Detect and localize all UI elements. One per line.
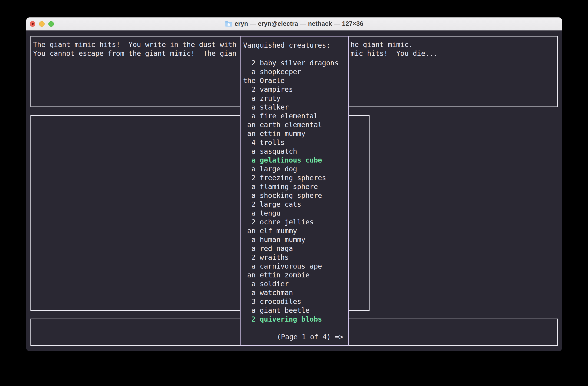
message-line: The giant mimic hits! You write in the d… bbox=[33, 40, 236, 49]
screen: { "window": { "title": "eryn — eryn@elec… bbox=[0, 0, 588, 386]
menu-page-indicator: (Page 1 of 4) => bbox=[277, 333, 343, 341]
close-button[interactable] bbox=[30, 21, 35, 27]
menu-item: 2 quivering blobs bbox=[243, 315, 322, 324]
message-line: You cannot escape from the giant mimic! … bbox=[33, 49, 236, 58]
terminal-screen[interactable]: The giant mimic hits! You write in the d… bbox=[26, 30, 562, 351]
message-line: mic hits! You die... bbox=[351, 49, 438, 58]
zoom-button[interactable] bbox=[48, 21, 54, 27]
menu-item: 2 freezing spheres bbox=[243, 173, 326, 182]
terminal-window: eryn — eryn@electra — nethack — 127×36 T… bbox=[26, 18, 562, 351]
menu-item: a tengu bbox=[243, 209, 280, 218]
menu-item: 2 wraiths bbox=[243, 253, 289, 262]
menu-item: a soldier bbox=[243, 279, 289, 288]
menu-item: a stalker bbox=[243, 103, 289, 112]
menu-item: a fire elemental bbox=[243, 112, 318, 120]
menu-item: a carnivorous ape bbox=[243, 262, 322, 271]
traffic-lights bbox=[26, 18, 54, 30]
home-folder-icon bbox=[225, 21, 232, 27]
menu-item: a shocking sphere bbox=[243, 191, 322, 200]
menu-item: a sasquatch bbox=[243, 147, 297, 156]
menu-item: a giant beetle bbox=[243, 306, 310, 315]
menu-item: a red naga bbox=[243, 244, 293, 253]
window-title: eryn — eryn@electra — nethack — 127×36 bbox=[235, 20, 363, 27]
menu-item: a human mummy bbox=[243, 235, 305, 244]
menu-item: an ettin mummy bbox=[243, 129, 305, 138]
menu-item: an elf mummy bbox=[243, 226, 297, 235]
menu-title: Vanquished creatures: bbox=[243, 41, 330, 50]
message-line: he giant mimic. bbox=[351, 40, 413, 49]
menu-item: a gelatinous cube bbox=[243, 156, 322, 165]
vanquished-creatures-menu: Vanquished creatures: 2 baby silver drag… bbox=[240, 36, 349, 345]
minimize-button[interactable] bbox=[39, 21, 45, 27]
menu-item: 4 trolls bbox=[243, 138, 285, 147]
menu-item: the Oracle bbox=[243, 76, 285, 85]
map-box-border-stub bbox=[349, 302, 349, 311]
menu-item: 3 crocodiles bbox=[243, 297, 301, 306]
menu-item: a zruty bbox=[243, 94, 280, 103]
menu-item: an earth elemental bbox=[243, 120, 322, 129]
menu-item: 2 ochre jellies bbox=[243, 218, 314, 226]
title-wrap: eryn — eryn@electra — nethack — 127×36 bbox=[225, 20, 363, 27]
menu-item: a flaming sphere bbox=[243, 182, 318, 191]
titlebar[interactable]: eryn — eryn@electra — nethack — 127×36 bbox=[26, 18, 562, 30]
menu-item: a shopkeeper bbox=[243, 67, 301, 76]
menu-item: 2 large cats bbox=[243, 200, 301, 209]
menu-item: a large dog bbox=[243, 165, 297, 173]
menu-item: 2 vampires bbox=[243, 85, 293, 94]
menu-item: 2 baby silver dragons bbox=[243, 59, 339, 67]
menu-item: an ettin zombie bbox=[243, 271, 310, 279]
menu-item: a watchman bbox=[243, 288, 293, 297]
